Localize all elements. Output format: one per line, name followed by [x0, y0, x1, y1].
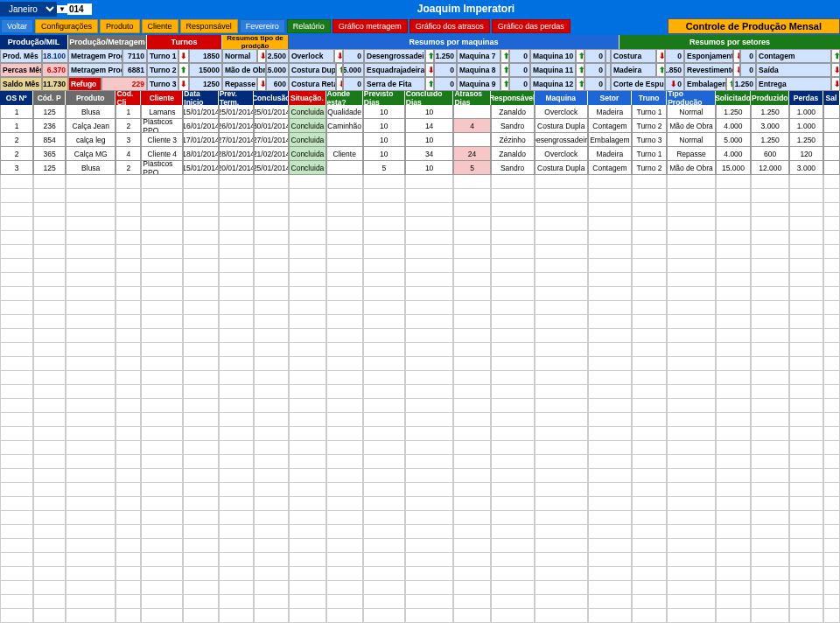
cell-pt[interactable]: 28/01/2014	[219, 147, 254, 161]
th-maquina[interactable]: Maquina	[535, 91, 588, 105]
th-produto[interactable]: Produto	[66, 91, 116, 105]
cell-tp[interactable]: Mão de Obra	[667, 161, 716, 175]
cell-[interactable]	[823, 105, 840, 119]
cell-cd[interactable]: 10	[405, 161, 454, 175]
cell-con[interactable]: 30/01/2014	[254, 119, 289, 133]
cell-pz[interactable]: 12.000	[751, 161, 789, 175]
cell-maq[interactable]: Overclock	[535, 147, 588, 161]
cell-sit[interactable]: Concluida	[289, 161, 326, 175]
cell-cp[interactable]: 365	[33, 147, 66, 161]
cell-pt[interactable]: 27/01/2014	[219, 133, 254, 147]
table-row[interactable]: 2854calça leg3Cliente 317/01/201427/01/2…	[0, 133, 840, 147]
cell-cc[interactable]: 2	[116, 161, 141, 175]
cell-sol[interactable]: 4.000	[716, 147, 751, 161]
table-row[interactable]: 1236Calça Jean2Plásticos PPO16/01/201426…	[0, 119, 840, 133]
config-button[interactable]: Configurações	[35, 19, 98, 33]
table-row[interactable]: 2365Calça MG4Cliente 418/01/201428/01/20…	[0, 147, 840, 161]
cell-cp[interactable]: 125	[33, 161, 66, 175]
cell-con[interactable]: 21/02/2014	[254, 147, 289, 161]
th-tipoprod[interactable]: Tipo Produção	[667, 91, 716, 105]
relatorio-button[interactable]: Relatório	[287, 19, 331, 33]
cell-pd[interactable]: 10	[363, 147, 405, 161]
cell-con[interactable]: 27/01/2014	[254, 133, 289, 147]
cell-di[interactable]: 17/01/2014	[183, 133, 218, 147]
cell-cli[interactable]: Plásticos PPO	[141, 119, 183, 133]
cell-resp[interactable]: Zézinho	[491, 133, 535, 147]
th-conclusao[interactable]: Conclusão	[254, 91, 289, 105]
cell-pd[interactable]: 10	[363, 105, 405, 119]
cell-tur[interactable]: Turno 3	[632, 133, 667, 147]
th-responsavel[interactable]: Responsável	[491, 91, 535, 105]
month-select[interactable]: Janeiro	[0, 2, 57, 17]
cell-cp[interactable]: 236	[33, 119, 66, 133]
th-produzido[interactable]: Produzido	[751, 91, 789, 105]
cell-ad[interactable]: 24	[453, 147, 490, 161]
table-row[interactable]: 3125Blusa2Plásticos PPO15/01/201420/01/2…	[0, 161, 840, 175]
cell-onde[interactable]	[326, 161, 363, 175]
cell-di[interactable]: 18/01/2014	[183, 147, 218, 161]
cell-set[interactable]: Contagem	[588, 119, 632, 133]
cell-maq[interactable]: Costura Dupla	[535, 161, 588, 175]
cell-tp[interactable]: Mão de Obra	[667, 119, 716, 133]
cell-pd[interactable]: 5	[363, 161, 405, 175]
cell-pz[interactable]: 3.000	[751, 119, 789, 133]
cell-resp[interactable]: Sandro	[491, 161, 535, 175]
cell-cli[interactable]: Cliente 4	[141, 147, 183, 161]
cell-os[interactable]: 3	[0, 161, 33, 175]
th-datainicio[interactable]: Data Inicio	[183, 91, 218, 105]
cell-resp[interactable]: Zanaldo	[491, 105, 535, 119]
th-solicitado[interactable]: Solicitado	[716, 91, 751, 105]
cell-onde[interactable]	[326, 133, 363, 147]
year-field[interactable]: 014	[67, 4, 92, 15]
th-concdias[interactable]: Concluido Dias	[405, 91, 454, 105]
cell-cd[interactable]: 10	[405, 105, 454, 119]
cell-pt[interactable]: 26/01/2014	[219, 119, 254, 133]
cell-prod[interactable]: Calça Jean	[66, 119, 116, 133]
cell-set[interactable]: Madeira	[588, 147, 632, 161]
cell-onde[interactable]: Caminhão	[326, 119, 363, 133]
cell-sit[interactable]: Concluida	[289, 105, 326, 119]
cell-set[interactable]: Madeira	[588, 105, 632, 119]
cell-pz[interactable]: 1.250	[751, 133, 789, 147]
cell-maq[interactable]: Desengrossadeira	[535, 133, 588, 147]
fevereiro-button[interactable]: Fevereiro	[240, 19, 285, 33]
cell-[interactable]	[823, 133, 840, 147]
cell-cd[interactable]: 10	[405, 133, 454, 147]
cell-sit[interactable]: Concluida	[289, 119, 326, 133]
th-os[interactable]: OS Nº	[0, 91, 33, 105]
cell-sol[interactable]: 4.000	[716, 119, 751, 133]
cell-os[interactable]: 1	[0, 119, 33, 133]
cell-per[interactable]: 1.000	[789, 105, 822, 119]
cell-cd[interactable]: 34	[405, 147, 454, 161]
cliente-button[interactable]: Cliente	[142, 19, 178, 33]
th-cliente[interactable]: Cliente	[141, 91, 183, 105]
cell-sit[interactable]: Concluida	[289, 147, 326, 161]
cell-per[interactable]: 120	[789, 147, 822, 161]
th-perdas[interactable]: Perdas	[789, 91, 822, 105]
cell-di[interactable]: 15/01/2014	[183, 161, 218, 175]
produto-button[interactable]: Produto	[100, 19, 140, 33]
cell-tp[interactable]: Normal	[667, 105, 716, 119]
th-aonde[interactable]: Aonde esta?	[326, 91, 363, 105]
cell-con[interactable]: 25/01/2014	[254, 161, 289, 175]
cell-os[interactable]: 1	[0, 105, 33, 119]
cell-prod[interactable]: Calça MG	[66, 147, 116, 161]
cell-onde[interactable]: Cliente	[326, 147, 363, 161]
cell-maq[interactable]: Overclock	[535, 105, 588, 119]
cell-[interactable]	[823, 161, 840, 175]
cell-con[interactable]: 25/01/2014	[254, 105, 289, 119]
cell-ad[interactable]	[453, 105, 490, 119]
grafico-atrasos-button[interactable]: Gráfico dos atrasos	[410, 19, 490, 33]
voltar-button[interactable]: Voltar	[1, 19, 33, 33]
cell-di[interactable]: 15/01/2014	[183, 105, 218, 119]
cell-set[interactable]: Embalagem	[588, 133, 632, 147]
cell-cp[interactable]: 125	[33, 105, 66, 119]
th-sal[interactable]: Sal	[823, 91, 840, 105]
cell-set[interactable]: Contagem	[588, 161, 632, 175]
cell-maq[interactable]: Costura Dupla	[535, 119, 588, 133]
cell-pz[interactable]: 600	[751, 147, 789, 161]
dropdown-icon[interactable]: ▼	[57, 5, 67, 13]
cell-prod[interactable]: Blusa	[66, 105, 116, 119]
cell-per[interactable]: 1.250	[789, 133, 822, 147]
cell-tp[interactable]: Normal	[667, 133, 716, 147]
